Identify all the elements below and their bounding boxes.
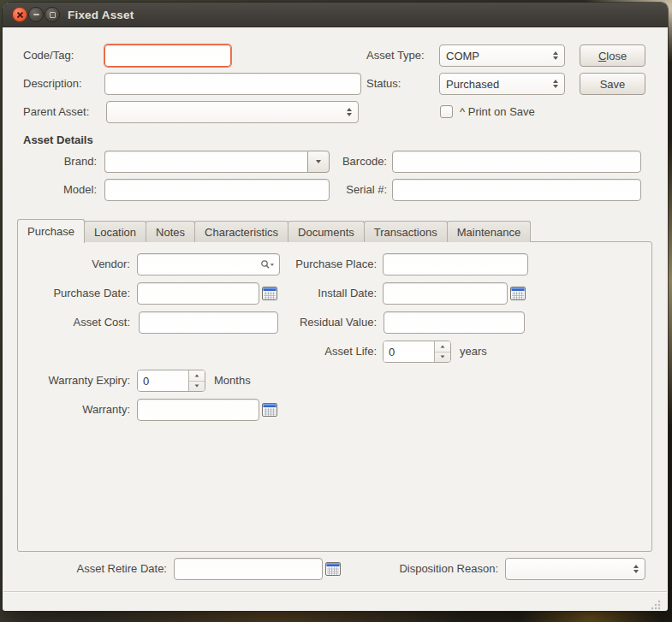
updown-arrows-icon: [549, 80, 558, 88]
purchase-date-label: Purchase Date:: [28, 282, 130, 305]
chevron-up-icon: [195, 374, 199, 376]
install-date-input[interactable]: [383, 282, 508, 305]
disposition-reason-combobox[interactable]: [505, 558, 645, 580]
maximize-window-button[interactable]: [45, 7, 60, 22]
barcode-label: Barcode:: [294, 151, 387, 173]
asset-type-value: COMP: [446, 50, 549, 62]
spin-down-button[interactable]: [435, 352, 450, 363]
updown-arrows-icon: [629, 565, 639, 573]
updown-arrows-icon: [549, 51, 558, 60]
purchase-place-label: Purchase Place:: [277, 253, 377, 275]
warranty-expiry-unit: Months: [214, 370, 251, 392]
statusbar-divider: [3, 591, 667, 592]
chevron-down-icon: [441, 356, 445, 358]
asset-details-heading: Asset Details: [23, 133, 93, 146]
status-combobox[interactable]: Purchased: [439, 73, 565, 95]
asset-cost-label: Asset Cost:: [37, 311, 130, 334]
calendar-icon[interactable]: [325, 562, 341, 576]
parent-asset-combobox[interactable]: [106, 101, 359, 123]
vendor-label: Vendor:: [37, 253, 130, 275]
close-button[interactable]: Close: [580, 44, 645, 67]
maximize-icon: [50, 12, 56, 18]
close-window-button[interactable]: [12, 7, 27, 22]
brand-label: Brand:: [23, 151, 97, 173]
tab-bar: Purchase Location Notes Characteristics …: [17, 218, 530, 242]
asset-cost-input[interactable]: [139, 311, 278, 334]
updown-arrows-icon: [342, 108, 352, 116]
brand-input[interactable]: [104, 151, 307, 173]
spin-up-button[interactable]: [189, 370, 205, 382]
residual-value-input[interactable]: [384, 311, 525, 334]
calendar-icon[interactable]: [510, 287, 526, 300]
warranty-expiry-spin-buttons: [188, 370, 205, 391]
serial-input[interactable]: [392, 179, 641, 201]
status-value: Purchased: [446, 78, 549, 91]
spin-up-button[interactable]: [435, 341, 450, 352]
warranty-expiry-label: Warranty Expiry:: [24, 370, 130, 392]
model-label: Model:: [23, 179, 97, 201]
status-label: Status:: [366, 73, 401, 95]
calendar-icon[interactable]: [262, 287, 277, 300]
tab-transactions[interactable]: Transactions: [364, 221, 448, 242]
spin-down-button[interactable]: [189, 382, 205, 392]
warranty-label: Warranty:: [37, 399, 130, 421]
tab-purchase[interactable]: Purchase: [17, 219, 85, 243]
asset-life-spin-buttons: [434, 341, 450, 362]
warranty-expiry-input[interactable]: [138, 370, 188, 391]
calendar-icon[interactable]: [262, 403, 277, 417]
search-icon[interactable]: [260, 259, 275, 270]
minimize-window-button[interactable]: [28, 7, 44, 22]
code-tag-input[interactable]: [104, 44, 231, 67]
purchase-place-input[interactable]: [383, 253, 528, 275]
close-icon: [16, 11, 24, 19]
asset-retire-date-label: Asset Retire Date:: [54, 558, 167, 580]
asset-life-spinner: [383, 341, 451, 363]
install-date-label: Install Date:: [285, 282, 377, 305]
serial-label: Serial #:: [294, 179, 387, 201]
chevron-down-icon: [195, 385, 199, 388]
warranty-expiry-spinner: [137, 370, 205, 392]
purchase-date-input[interactable]: [137, 282, 259, 305]
tab-location[interactable]: Location: [84, 221, 146, 242]
asset-type-combobox[interactable]: COMP: [439, 44, 565, 67]
residual-value-label: Residual Value:: [277, 311, 377, 334]
tab-documents[interactable]: Documents: [288, 221, 365, 242]
asset-type-label: Asset Type:: [366, 44, 425, 67]
code-tag-label: Code/Tag:: [23, 44, 74, 67]
chevron-up-icon: [441, 345, 445, 347]
tab-characteristics[interactable]: Characteristics: [194, 221, 288, 242]
save-button[interactable]: Save: [580, 73, 645, 95]
titlebar: Fixed Asset: [3, 3, 668, 27]
fixed-asset-window: Fixed Asset Code/Tag: Asset Type: COMP C…: [3, 3, 668, 611]
minimize-icon: [33, 14, 39, 15]
asset-life-label: Asset Life:: [294, 341, 377, 363]
disposition-reason-label: Disposition Reason:: [379, 558, 498, 580]
parent-asset-label: Parent Asset:: [23, 101, 89, 123]
warranty-input[interactable]: [137, 399, 259, 421]
asset-retire-date-input[interactable]: [174, 558, 323, 580]
tab-maintenance[interactable]: Maintenance: [447, 221, 531, 242]
print-on-save-label: ^ Print on Save: [460, 101, 535, 123]
description-input[interactable]: [104, 73, 361, 95]
asset-life-input[interactable]: [384, 341, 434, 362]
window-title: Fixed Asset: [68, 9, 134, 21]
print-on-save-checkbox[interactable]: [440, 105, 453, 118]
vendor-input[interactable]: [137, 253, 280, 275]
tab-notes[interactable]: Notes: [146, 221, 195, 242]
resize-grip[interactable]: [650, 599, 662, 611]
asset-life-unit: years: [460, 341, 487, 363]
description-label: Description:: [23, 73, 82, 95]
barcode-input[interactable]: [392, 151, 641, 173]
